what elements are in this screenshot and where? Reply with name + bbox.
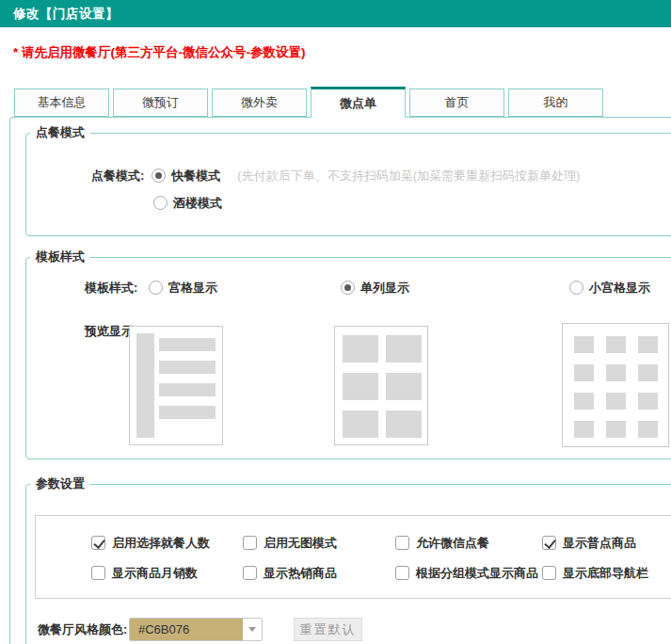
preview-sidebar-block: [136, 333, 154, 438]
template-style-section: 模板样式 模板样式: 宫格显示 单列显示 小宫格显示 预览显示:: [25, 249, 671, 459]
warning-text: * 请先启用微餐厅(第三方平台-微信公众号-参数设置): [13, 44, 671, 61]
checkbox-label: 启用无图模式: [264, 536, 337, 550]
radio-label: 快餐模式: [171, 169, 220, 183]
params-legend: 参数设置: [30, 475, 90, 492]
preview-row: 预览显示:: [26, 321, 671, 453]
order-mode-row2: 酒楼模式: [153, 191, 671, 215]
tab-home[interactable]: 首页: [409, 89, 504, 117]
preview-grid-style: [129, 326, 223, 445]
checkbox-row-2: 显示商品月销数 显示热销商品 根据分组模式显示商品 显示底部导航栏: [91, 564, 671, 582]
radio-label: 宫格显示: [168, 281, 217, 295]
radio-label: 单列显示: [360, 281, 409, 295]
params-checkbox-box: 启用选择就餐人数 启用无图模式 允许微信点餐 显示普点商品 显示商品月销数 显示…: [35, 515, 671, 599]
checkbox-allow-wechat-order[interactable]: 允许微信点餐: [395, 535, 542, 552]
order-mode-label: 点餐模式:: [91, 168, 144, 185]
checkbox-icon[interactable]: [542, 566, 556, 580]
order-mode-section: 点餐模式 点餐模式: 快餐模式 (先付款后下单、不支持扫码加菜(加菜需要重新扫码…: [25, 124, 671, 236]
checkbox-show-bottom-navbar[interactable]: 显示底部导航栏: [542, 565, 671, 582]
preview-list-bars: [159, 338, 216, 438]
radio-icon[interactable]: [341, 281, 355, 295]
tab-bar: 基本信息 微预订 微外卖 微点单 首页 我的: [14, 87, 671, 117]
radio-single-column-display[interactable]: 单列显示: [341, 280, 409, 297]
params-section: 参数设置 启用选择就餐人数 启用无图模式 允许微信点餐 显示普点商品 显示商品月…: [25, 475, 671, 644]
page-header: 修改【门店设置】: [0, 0, 671, 27]
checkbox-group-mode-display[interactable]: 根据分组模式显示商品: [395, 565, 542, 582]
checkbox-icon[interactable]: [91, 536, 105, 550]
style-color-select[interactable]: #C6B076: [129, 618, 263, 641]
checkbox-icon[interactable]: [542, 536, 556, 550]
order-mode-hint: (先付款后下单、不支持扫码加菜(加菜需要重新扫码按新单处理): [237, 168, 580, 185]
checkbox-icon[interactable]: [243, 566, 257, 580]
tab-basic-info[interactable]: 基本信息: [14, 89, 109, 117]
checkbox-icon[interactable]: [395, 566, 409, 580]
radio-icon[interactable]: [149, 281, 163, 295]
chevron-down-icon[interactable]: [243, 619, 262, 640]
checkbox-show-hot-products[interactable]: 显示热销商品: [243, 565, 395, 582]
checkbox-label: 显示底部导航栏: [563, 566, 648, 580]
radio-label: 小宫格显示: [589, 281, 650, 295]
checkbox-enable-no-image-mode[interactable]: 启用无图模式: [243, 535, 395, 552]
preview-small-grid-style: [562, 323, 669, 447]
checkbox-label: 根据分组模式显示商品: [416, 566, 538, 580]
template-style-row: 模板样式: 宫格显示 单列显示 小宫格显示: [26, 277, 671, 300]
checkbox-label: 启用选择就餐人数: [112, 536, 210, 550]
radio-icon[interactable]: [569, 281, 583, 295]
reset-default-button[interactable]: 重置默认: [294, 618, 362, 641]
template-style-label: 模板样式:: [85, 280, 137, 297]
checkbox-show-normal-products[interactable]: 显示普点商品: [542, 535, 671, 552]
tab-micro-booking[interactable]: 微预订: [113, 89, 208, 117]
checkbox-icon[interactable]: [395, 536, 409, 550]
tab-micro-takeout[interactable]: 微外卖: [212, 89, 307, 117]
checkbox-show-monthly-sales[interactable]: 显示商品月销数: [91, 565, 243, 582]
page-title: 修改【门店设置】: [13, 7, 119, 21]
checkbox-label: 允许微信点餐: [416, 536, 489, 550]
checkbox-enable-diner-count[interactable]: 启用选择就餐人数: [91, 535, 243, 552]
radio-small-grid-display[interactable]: 小宫格显示: [569, 280, 650, 297]
radio-restaurant-mode[interactable]: 酒楼模式: [153, 195, 222, 212]
radio-label: 酒楼模式: [173, 196, 222, 210]
tab-mine[interactable]: 我的: [508, 89, 603, 117]
order-mode-row: 点餐模式: 快餐模式 (先付款后下单、不支持扫码加菜(加菜需要重新扫码按新单处理…: [91, 164, 671, 187]
checkbox-row-1: 启用选择就餐人数 启用无图模式 允许微信点餐 显示普点商品: [91, 534, 671, 552]
style-color-label: 微餐厅风格颜色:: [38, 621, 129, 638]
checkbox-label: 显示热销商品: [264, 566, 337, 580]
checkbox-label: 显示商品月销数: [112, 566, 198, 580]
radio-icon[interactable]: [152, 169, 166, 183]
tab-micro-order[interactable]: 微点单: [311, 87, 406, 118]
checkbox-icon[interactable]: [91, 566, 105, 580]
style-color-row: 微餐厅风格颜色: #C6B076 重置默认: [38, 618, 671, 641]
radio-fast-food-mode[interactable]: 快餐模式: [152, 168, 220, 185]
order-mode-legend: 点餐模式: [30, 124, 90, 141]
radio-grid-display[interactable]: 宫格显示: [149, 280, 217, 297]
checkbox-icon[interactable]: [243, 536, 257, 550]
preview-single-column-style: [334, 326, 428, 445]
radio-icon[interactable]: [153, 196, 168, 210]
template-style-legend: 模板样式: [30, 249, 90, 266]
style-color-value: #C6B076: [130, 619, 243, 640]
content-panel: 点餐模式 点餐模式: 快餐模式 (先付款后下单、不支持扫码加菜(加菜需要重新扫码…: [9, 117, 671, 644]
checkbox-label: 显示普点商品: [563, 536, 636, 550]
